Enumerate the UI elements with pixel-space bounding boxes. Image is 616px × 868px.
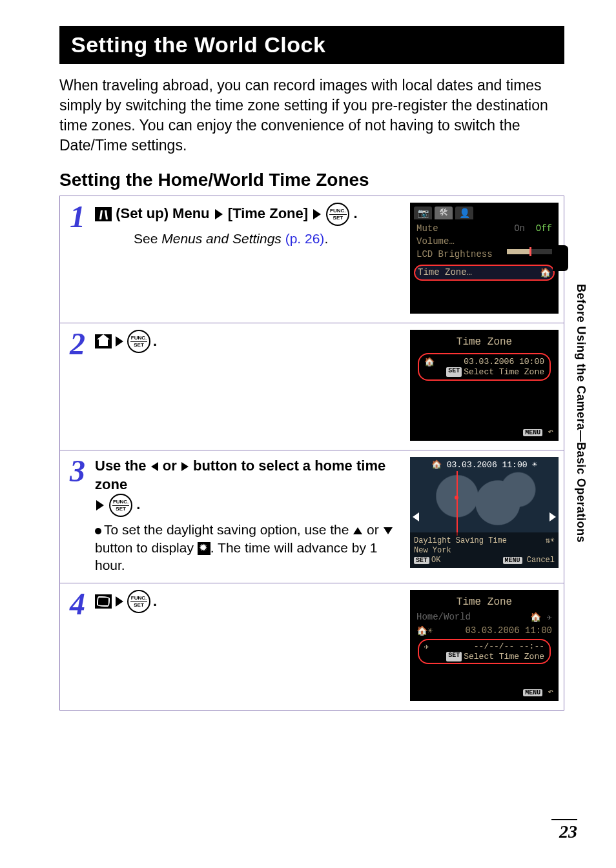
ok-label: OK <box>431 556 440 565</box>
step3-screenshot: 🏠 03.03.2006 11:00 ☀ Daylight Saving Tim… <box>410 457 559 568</box>
volume-label: Volume… <box>416 236 455 247</box>
city-label: New York <box>414 546 451 555</box>
step2-heading: FUNC.SET . <box>95 330 404 353</box>
tab-camera-icon: 📷 <box>414 207 432 219</box>
step-number: 1 <box>60 196 95 323</box>
tools-icon <box>95 207 112 221</box>
step4-heading: FUNC.SET . <box>95 590 404 613</box>
intro-paragraph: When traveling abroad, you can record im… <box>59 76 564 156</box>
menu-badge: MENU <box>503 557 522 564</box>
step1-see-line: See Menus and Settings (p. 26). <box>134 231 404 247</box>
down-arrow-icon <box>384 527 393 534</box>
step3-head-suffix: . <box>136 496 140 512</box>
step-4: 4 FUNC.SET . Time Zone Home/World <box>60 583 564 710</box>
map-right-arrow-icon <box>549 512 556 521</box>
menu-back: MENU ↶ <box>523 426 553 437</box>
see-suffix: . <box>324 231 328 246</box>
dst-label: Daylight Saving Time <box>414 536 507 545</box>
hw-label: Home/World <box>416 612 471 623</box>
step-1: 1 (Set up) Menu [Time Zone] FUNC.SET . S… <box>60 196 564 323</box>
home-datetime-row: 🏠☀ 03.03.2006 11:00 <box>414 624 555 638</box>
step4-screenshot: Time Zone Home/World 🏠 ✈ 🏠☀ 03.03.2006 1… <box>410 590 559 701</box>
page-number: 23 <box>551 819 577 842</box>
triangle-icon <box>116 336 123 347</box>
see-prefix: See <box>134 231 161 246</box>
triangle-icon <box>96 500 104 510</box>
plane-icon: ✈ <box>424 641 429 652</box>
menu-row-timezone: Time Zone… 🏠 <box>414 265 555 281</box>
step-number: 4 <box>60 583 95 710</box>
brightness-slider <box>507 249 552 254</box>
step1-head-suffix: . <box>353 205 357 221</box>
menu-badge: MENU <box>523 689 542 696</box>
triangle-icon <box>215 209 223 219</box>
step-2: 2 FUNC.SET . Time Zone 🏠03.03.2006 10:00 <box>60 323 564 450</box>
step1-heading: (Set up) Menu [Time Zone] FUNC.SET . <box>95 203 404 226</box>
mute-label: Mute <box>416 223 438 234</box>
menu-row-lcd: LCD Brightness <box>414 248 555 261</box>
step3-heading: Use the or button to select a home time … <box>95 457 404 517</box>
step1-screenshot: 📷 🛠 👤 Mute On Off Volume… LCD Brig <box>410 203 559 314</box>
see-link[interactable]: (p. 26) <box>285 231 325 246</box>
map-datetime: 🏠 03.03.2006 11:00 ☀ <box>410 459 559 470</box>
step4-head-suffix: . <box>153 592 157 611</box>
home-sun-icon: 🏠☀ <box>416 625 433 636</box>
func-set-icon: FUNC.SET <box>326 203 349 226</box>
triangle-icon <box>116 596 123 607</box>
func-set-icon: FUNC.SET <box>127 330 150 353</box>
dst-toggle-icon: ⇅☀ <box>546 536 555 545</box>
tz-screen-title: Time Zone <box>414 594 555 611</box>
set-badge: SET <box>446 652 462 661</box>
tab-person-icon: 👤 <box>455 207 473 219</box>
menu-row-mute: Mute On Off <box>414 222 555 235</box>
step1-head-prefix: (Set up) Menu <box>116 205 209 221</box>
hw-icons: 🏠 ✈ <box>530 612 552 623</box>
step3-head-2: or <box>159 458 181 474</box>
tz-screen-title: Time Zone <box>414 334 555 350</box>
page-title: Setting the World Clock <box>59 26 564 64</box>
tab-tools-icon: 🛠 <box>435 207 453 219</box>
tz-datetime: 03.03.2006 10:00 <box>464 357 544 367</box>
right-arrow-icon <box>181 462 189 471</box>
set-badge: SET <box>446 367 462 377</box>
triangle-icon <box>313 209 321 219</box>
world-map: 🏠 03.03.2006 11:00 ☀ Daylight Saving Tim… <box>410 457 559 568</box>
func-set-icon: FUNC.SET <box>127 590 150 613</box>
menu-badge: MENU <box>523 429 542 436</box>
select-tz-label: Select Time Zone <box>464 652 544 661</box>
step3-head-1: Use the <box>95 458 150 474</box>
cancel-label: Cancel <box>527 556 555 565</box>
steps-table: 1 (Set up) Menu [Time Zone] FUNC.SET . S… <box>59 196 564 711</box>
home-icon <box>95 334 112 348</box>
map-left-arrow-icon <box>413 512 419 521</box>
step2-screenshot: Time Zone 🏠03.03.2006 10:00 SETSelect Ti… <box>410 330 559 441</box>
func-set-icon: FUNC.SET <box>109 494 132 517</box>
menu-back: MENU ↶ <box>523 686 553 697</box>
step3-body-prefix: To set the daylight saving option, use t… <box>104 522 353 537</box>
left-arrow-icon <box>151 462 158 471</box>
step-number: 3 <box>60 450 95 583</box>
set-badge: SET <box>414 557 429 564</box>
select-tz-label: Select Time Zone <box>464 367 544 377</box>
mute-off: Off <box>536 223 552 234</box>
menu-row-volume: Volume… <box>414 235 555 248</box>
tz-highlight-box: 🏠03.03.2006 10:00 SETSelect Time Zone <box>418 353 551 381</box>
step3-body-after: button to display <box>95 540 198 555</box>
world-datetime: --/--/-- --:-- <box>474 641 544 652</box>
side-section-label: Before Using the Camera—Basic Operations <box>574 284 588 543</box>
step1-head-mid: [Time Zone] <box>228 205 308 221</box>
world-icon <box>95 594 112 609</box>
dst-icon <box>198 542 210 555</box>
step3-body: To set the daylight saving option, use t… <box>95 521 404 574</box>
mute-on: On <box>514 223 525 234</box>
bullet-icon <box>95 528 101 534</box>
home-datetime: 03.03.2006 11:00 <box>466 625 552 636</box>
section-subhead: Setting the Home/World Time Zones <box>59 170 564 190</box>
sun-icon: ☀ <box>532 460 537 470</box>
step3-body-mid: or <box>363 522 382 537</box>
see-em: Menus and Settings <box>161 231 282 246</box>
home-icon: 🏠 <box>540 267 551 278</box>
step-3: 3 Use the or button to select a home tim… <box>60 450 564 583</box>
step-number: 2 <box>60 323 95 450</box>
tz-label: Time Zone… <box>418 267 472 278</box>
